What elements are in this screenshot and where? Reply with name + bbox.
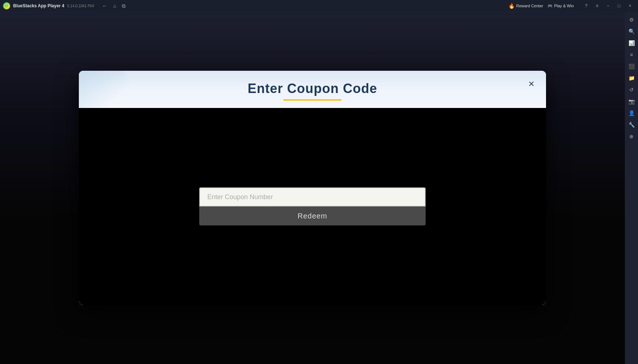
redeem-button[interactable]: Redeem — [199, 206, 426, 225]
sidebar-icon-settings[interactable]: ⚙ — [626, 15, 637, 25]
right-sidebar: ⚙ 🔍 📊 ≡ ⬛ 📁 ↺ 📷 👤 🔧 ⊕ — [625, 12, 638, 364]
sidebar-icon-user[interactable]: 👤 — [626, 108, 637, 118]
menu-button[interactable]: ≡ — [592, 2, 602, 10]
sidebar-icon-camera[interactable]: 📷 — [626, 96, 637, 107]
maximize-button[interactable]: □ — [614, 2, 624, 10]
reward-center-button[interactable]: 🔥 Reward Center — [508, 3, 543, 9]
reward-icon: 🔥 — [508, 3, 515, 9]
window-close-button[interactable]: × — [625, 2, 635, 10]
sidebar-icon-tool[interactable]: 🔧 — [626, 120, 637, 130]
sidebar-icon-stats[interactable]: 📊 — [626, 38, 637, 48]
minimize-button[interactable]: − — [603, 2, 613, 10]
home-button[interactable]: ⌂ — [111, 2, 118, 9]
coupon-dialog: Enter Coupon Code × Redeem — [79, 71, 546, 305]
titlebar-right: 🔥 Reward Center 🎮 Play & Win ? ≡ − □ × — [508, 2, 635, 10]
tabs-button[interactable]: ⧉ — [120, 2, 128, 10]
dialog-header: Enter Coupon Code × — [79, 71, 546, 108]
app-title: BlueStacks App Player 4 — [13, 3, 64, 8]
play-win-label: Play & Win — [554, 4, 574, 8]
dialog-title: Enter Coupon Code — [93, 81, 531, 96]
sidebar-icon-search[interactable]: 🔍 — [626, 26, 637, 36]
titlebar-controls: ? ≡ − □ × — [581, 2, 635, 10]
play-win-icon: 🎮 — [547, 4, 553, 8]
dialog-title-underline — [283, 99, 342, 101]
app-version: 5.14.0.1041 P64 — [67, 4, 94, 8]
dialog-close-button[interactable]: × — [524, 77, 539, 91]
back-button[interactable]: ← — [100, 2, 109, 9]
dialog-body: Redeem — [79, 108, 546, 305]
titlebar-left: BlueStacks App Player 4 5.14.0.1041 P64 … — [3, 2, 128, 10]
modal-overlay: Enter Coupon Code × Redeem — [0, 12, 625, 364]
play-win-button[interactable]: 🎮 Play & Win — [547, 4, 574, 8]
app-logo — [3, 2, 10, 9]
titlebar-nav: ← ⌂ ⧉ — [100, 2, 128, 10]
coupon-number-input[interactable] — [199, 187, 426, 206]
sidebar-icon-display[interactable]: ⬛ — [626, 61, 637, 71]
sidebar-icon-extra[interactable]: ⊕ — [626, 131, 637, 142]
main-content: Enter Coupon Code × Redeem — [0, 12, 625, 364]
help-button[interactable]: ? — [581, 2, 591, 10]
sidebar-icon-list[interactable]: ≡ — [626, 50, 637, 60]
titlebar: BlueStacks App Player 4 5.14.0.1041 P64 … — [0, 0, 638, 12]
sidebar-icon-folder[interactable]: 📁 — [626, 73, 637, 83]
sidebar-icon-refresh[interactable]: ↺ — [626, 85, 637, 95]
reward-center-label: Reward Center — [516, 4, 543, 8]
